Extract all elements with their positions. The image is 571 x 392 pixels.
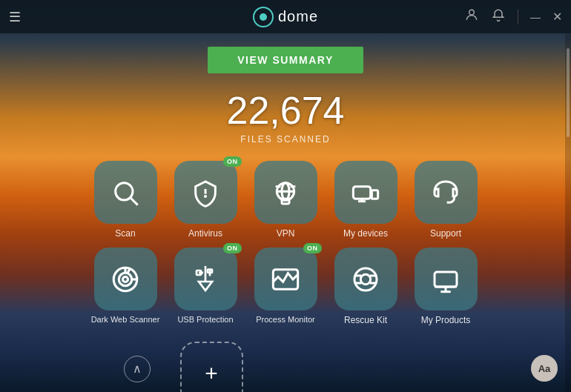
scroll-up-button[interactable]: ∧ bbox=[124, 356, 151, 382]
tile-usb-protection-label: USB Protection bbox=[177, 315, 233, 324]
svg-rect-8 bbox=[282, 199, 289, 204]
antivirus-on-badge: ON bbox=[223, 156, 242, 167]
logo-icon bbox=[253, 7, 274, 27]
process-monitor-on-badge: ON bbox=[303, 243, 322, 253]
tile-rescue-kit-box bbox=[334, 248, 397, 310]
svg-rect-10 bbox=[372, 190, 377, 199]
tile-antivirus-label: Antivirus bbox=[188, 228, 222, 239]
tile-process-monitor-label: Process Monitor bbox=[256, 315, 314, 324]
tile-dark-web-scanner-box bbox=[94, 248, 157, 310]
tile-my-devices[interactable]: My devices bbox=[329, 161, 403, 239]
tile-rescue-kit[interactable]: Rescue Kit bbox=[329, 248, 403, 325]
svg-rect-9 bbox=[353, 186, 370, 199]
tile-my-products-label: My Products bbox=[421, 315, 471, 325]
scrollbar[interactable] bbox=[565, 33, 571, 392]
tile-support-label: Support bbox=[430, 228, 461, 239]
app-title: dome bbox=[278, 8, 318, 25]
tile-antivirus[interactable]: ON Antivirus bbox=[168, 161, 242, 239]
bell-icon[interactable] bbox=[491, 7, 506, 26]
svg-point-0 bbox=[469, 10, 475, 15]
add-feature-button[interactable]: + bbox=[180, 342, 243, 392]
tile-my-products-box bbox=[415, 248, 478, 310]
main-content: VIEW SUMMARY 22,674 FILES SCANNED Scan O… bbox=[0, 33, 571, 392]
topbar-divider bbox=[518, 10, 518, 24]
tile-scan[interactable]: Scan bbox=[88, 161, 162, 239]
svg-point-14 bbox=[119, 273, 132, 286]
tile-vpn-box bbox=[254, 161, 317, 224]
tile-process-monitor-box: ON bbox=[254, 248, 317, 310]
topbar-left: ☰ bbox=[9, 9, 21, 25]
tile-usb-protection[interactable]: ON USB Protection bbox=[168, 248, 242, 325]
tile-my-devices-box bbox=[334, 161, 397, 224]
font-settings-button[interactable]: Aa bbox=[531, 355, 558, 382]
tile-dark-web-scanner[interactable]: Dark Web Scanner bbox=[88, 248, 162, 325]
topbar-right: — ✕ bbox=[464, 7, 562, 26]
tile-rescue-kit-label: Rescue Kit bbox=[344, 315, 387, 325]
hamburger-icon[interactable]: ☰ bbox=[9, 9, 21, 25]
tile-support[interactable]: Support bbox=[409, 161, 483, 239]
tile-usb-protection-box: ON bbox=[174, 248, 237, 310]
svg-point-26 bbox=[354, 268, 377, 290]
tile-dark-web-scanner-label: Dark Web Scanner bbox=[91, 315, 160, 324]
tile-process-monitor[interactable]: ON Process Monitor bbox=[248, 248, 323, 325]
svg-point-1 bbox=[116, 182, 133, 199]
minimize-icon[interactable]: — bbox=[530, 11, 541, 23]
chevron-up-icon: ∧ bbox=[133, 362, 142, 376]
tile-my-devices-label: My devices bbox=[343, 228, 388, 239]
close-icon[interactable]: ✕ bbox=[552, 10, 562, 24]
tile-my-products[interactable]: My Products bbox=[409, 248, 483, 325]
svg-point-27 bbox=[360, 274, 370, 284]
tile-antivirus-box: ON bbox=[174, 161, 237, 224]
tile-scan-label: Scan bbox=[115, 228, 135, 239]
usb-on-badge: ON bbox=[223, 243, 242, 253]
tile-vpn-label: VPN bbox=[277, 228, 295, 239]
user-icon[interactable] bbox=[464, 7, 479, 26]
logo-area: dome bbox=[253, 7, 318, 27]
add-button-area: + bbox=[174, 342, 248, 392]
svg-rect-32 bbox=[435, 272, 457, 287]
files-scanned-count: 22,674 bbox=[226, 88, 344, 133]
tile-vpn[interactable]: VPN bbox=[248, 161, 323, 239]
scrollbar-thumb bbox=[567, 48, 570, 137]
feature-grid: Scan ON Antivirus bbox=[88, 161, 483, 325]
tile-support-box bbox=[415, 161, 478, 224]
svg-line-2 bbox=[131, 198, 138, 205]
svg-point-15 bbox=[123, 276, 128, 282]
tile-scan-box bbox=[94, 161, 157, 224]
view-summary-button[interactable]: VIEW SUMMARY bbox=[208, 47, 363, 73]
topbar: ☰ dome — ✕ bbox=[0, 0, 571, 33]
svg-line-18 bbox=[128, 268, 130, 273]
files-scanned-label: FILES SCANNED bbox=[240, 134, 330, 144]
